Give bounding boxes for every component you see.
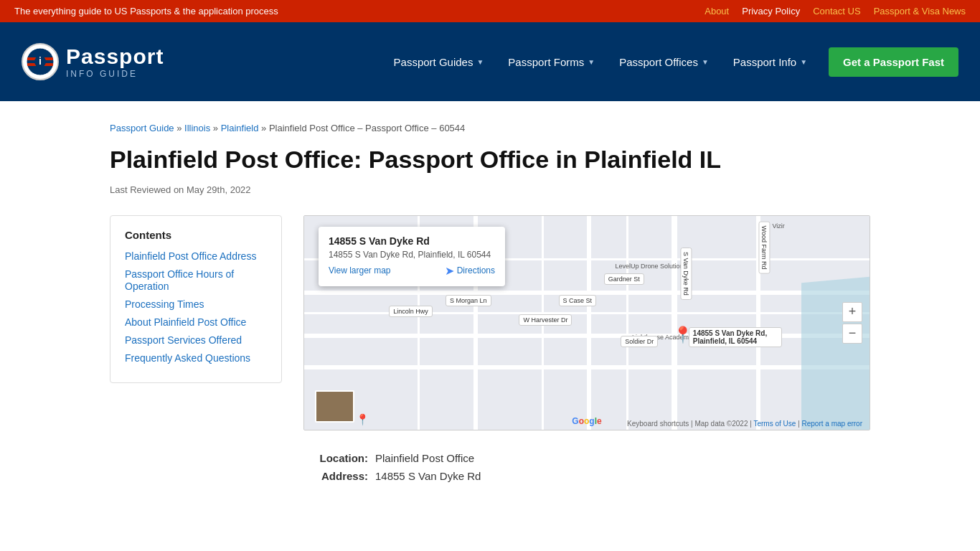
list-item: Passport Services Offered [125,334,267,346]
popup-title: 14855 S Van Dyke Rd [329,235,495,247]
road-label: S Morgan Ln [446,295,491,306]
nav-passport-forms[interactable]: Passport Forms ▼ [498,50,605,74]
detail-row-address: Address: 14855 S Van Dyke Rd [303,470,870,482]
top-link-about[interactable]: About [705,6,729,17]
directions-icon: ➤ [445,264,454,278]
directions-label: Directions [457,265,495,276]
top-bar: The everything guide to US Passports & t… [0,0,980,22]
svg-text:i: i [39,55,42,67]
list-item: About Plainfield Post Office [125,316,267,328]
map-attribution: Keyboard shortcuts | Map data ©2022 | Te… [627,420,862,428]
zoom-in-button[interactable]: + [842,302,862,322]
sidebar: Contents Plainfield Post Office Address … [110,215,282,383]
road-label: S Van Dyke Rd [681,248,692,300]
breadcrumb-plainfield[interactable]: Plainfield [221,123,259,133]
road [672,216,677,430]
main-nav: i Passport INFO GUIDE Passport Guides ▼ … [0,22,980,101]
business-label: LevelUp Drone Solutions [615,263,687,270]
logo-text: Passport INFO GUIDE [66,44,164,79]
list-item: Plainfield Post Office Address [125,250,267,262]
road-label: W Harvester Dr [519,314,572,326]
breadcrumb: Passport Guide » Illinois » Plainfield »… [110,123,870,133]
logo-passport-word: Passport [66,44,164,69]
road [304,365,870,369]
road-label: Wood Farm Rd [758,221,770,273]
top-bar-links: About Privacy Policy Contact US Passport… [705,6,966,17]
logo-info-guide: INFO GUIDE [66,69,164,79]
nav-links: Passport Guides ▼ Passport Forms ▼ Passp… [384,47,958,77]
map-popup: 14855 S Van Dyke Rd 14855 S Van Dyke Rd,… [319,227,505,286]
road [587,216,591,430]
sidebar-heading: Contents [125,229,267,241]
map-thumbnail [315,390,354,423]
detail-row-location: Location: Plainfield Post Office [303,452,870,464]
location-name: Plainfield Post Office [375,452,474,464]
location-details: Location: Plainfield Post Office Address… [303,452,870,482]
road-label: Gardner St [604,273,644,285]
sidebar-link-faq[interactable]: Frequently Asked Questions [125,352,250,364]
top-bar-tagline: The everything guide to US Passports & t… [14,6,278,17]
sidebar-link-services[interactable]: Passport Services Offered [125,334,242,346]
top-link-privacy[interactable]: Privacy Policy [742,6,800,17]
map-thumbnail-pin: 📍 [356,413,369,426]
chevron-down-icon: ▼ [800,58,807,66]
breadcrumb-current: Plainfield Post Office – Passport Office… [269,123,465,133]
list-item: Processing Times [125,298,267,310]
google-logo: Google [572,416,601,426]
logo-area: i Passport INFO GUIDE [22,43,164,80]
map-container: S Van Dyke Rd Wood Farm Rd Lincoln Hwy S… [303,215,870,488]
sidebar-link-about[interactable]: About Plainfield Post Office [125,316,246,328]
water-area [801,277,870,430]
breadcrumb-illinois[interactable]: Illinois [184,123,210,133]
sidebar-link-hours[interactable]: Passport Office Hours of Operation [125,268,234,292]
zoom-out-button[interactable]: − [842,324,862,344]
map-controls: + − [842,302,862,344]
last-reviewed: Last Reviewed on May 29th, 2022 [110,184,870,195]
region-label: Vizir [772,222,784,230]
popup-address: 14855 S Van Dyke Rd, Plainfield, IL 6054… [329,250,495,260]
location-label: Location: [303,452,368,464]
address-label: Address: [303,470,368,482]
content-layout: Contents Plainfield Post Office Address … [110,215,870,488]
get-passport-fast-button[interactable]: Get a Passport Fast [829,47,958,77]
view-larger-map-link[interactable]: View larger map [329,265,390,276]
sidebar-list: Plainfield Post Office Address Passport … [125,250,267,364]
list-item: Frequently Asked Questions [125,352,267,364]
breadcrumb-guide[interactable]: Passport Guide [110,123,174,133]
road-label: S Case St [559,295,597,306]
pin-label: 14855 S Van Dyke Rd, Plainfield, IL 6054… [689,327,782,347]
nav-passport-info[interactable]: Passport Info ▼ [723,50,817,74]
nav-passport-offices[interactable]: Passport Offices ▼ [609,50,719,74]
top-link-contact[interactable]: Contact US [813,6,860,17]
sidebar-link-processing[interactable]: Processing Times [125,298,204,310]
map-frame[interactable]: S Van Dyke Rd Wood Farm Rd Lincoln Hwy S… [303,215,870,430]
nav-passport-guides[interactable]: Passport Guides ▼ [384,50,494,74]
road-label: Lincoln Hwy [389,306,433,317]
chevron-down-icon: ▼ [588,58,595,66]
sidebar-link-address[interactable]: Plainfield Post Office Address [125,250,256,262]
page-title: Plainfield Post Office: Passport Office … [110,145,870,174]
top-link-news[interactable]: Passport & Visa News [874,6,966,17]
directions-button[interactable]: ➤ Directions [445,264,495,278]
road [304,334,870,338]
main-content: Passport Guide » Illinois » Plainfield »… [95,101,885,517]
chevron-down-icon: ▼ [702,58,709,66]
logo-icon: i [22,43,59,80]
road [626,216,628,430]
address-value: 14855 S Van Dyke Rd [375,470,481,482]
list-item: Passport Office Hours of Operation [125,268,267,292]
chevron-down-icon: ▼ [476,58,484,66]
popup-actions: View larger map ➤ Directions [329,264,495,278]
road-label: Soldier Dr [621,336,658,347]
